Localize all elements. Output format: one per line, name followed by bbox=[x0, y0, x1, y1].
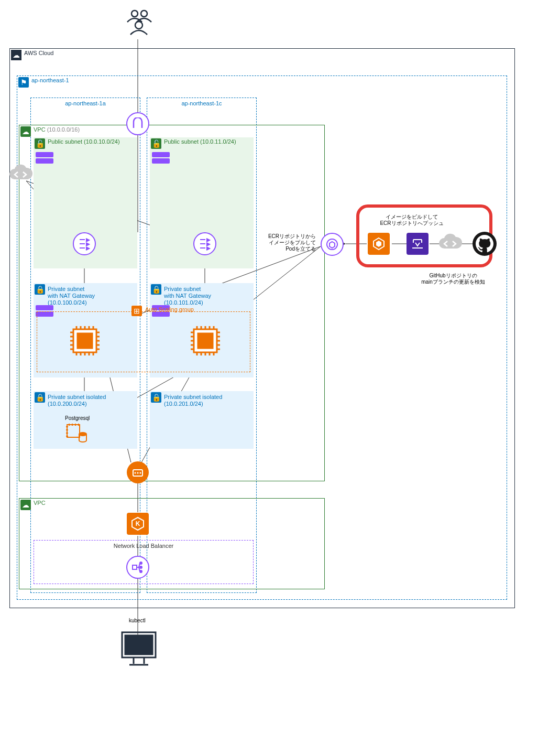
postgresql-label: Postgresql bbox=[65, 415, 90, 422]
svg-marker-39 bbox=[376, 241, 381, 247]
ecr-icon bbox=[321, 233, 344, 256]
private-subnet-nat-a-label: Private subnet with NAT Gateway (10.0.10… bbox=[33, 284, 99, 308]
svg-point-31 bbox=[140, 472, 141, 474]
ecr-note: ECRリポジトリから イメージをプルして Podを立てる bbox=[261, 233, 316, 252]
gateway-cloud-icon bbox=[7, 163, 34, 187]
ec2-instance-c-icon bbox=[186, 322, 224, 360]
svg-point-19 bbox=[131, 10, 138, 17]
github-icon bbox=[471, 231, 498, 258]
asg-label: Auto Scaling group bbox=[142, 305, 198, 314]
svg-rect-26 bbox=[67, 425, 80, 437]
svg-point-27 bbox=[79, 433, 86, 436]
az-a-label: ap-northeast-1a bbox=[31, 100, 140, 106]
route-table-a-icon bbox=[73, 232, 96, 255]
svg-point-36 bbox=[140, 566, 142, 568]
build-note: イメージをビルドして ECRリポジトリへプッシュ bbox=[370, 214, 454, 226]
public-subnet-c-label: Public subnet (10.0.11.0/24) bbox=[149, 137, 240, 146]
public-subnet-a-label: Public subnet (10.0.10.0/24) bbox=[33, 137, 124, 146]
users-icon bbox=[123, 6, 155, 39]
route-table-c-icon bbox=[193, 232, 216, 255]
svg-point-21 bbox=[135, 21, 142, 29]
svg-rect-34 bbox=[133, 565, 137, 569]
nlb-icon bbox=[126, 556, 149, 579]
svg-rect-23 bbox=[78, 333, 92, 348]
private-subnet-iso-a-label: Private subnet isolated (10.0.200.0/24) bbox=[33, 392, 110, 409]
svg-rect-25 bbox=[198, 333, 213, 348]
ec2-instance-a-icon bbox=[66, 322, 104, 360]
nlb-label: Network Load Balancer bbox=[34, 543, 253, 549]
kubectl-label: kubectl bbox=[129, 618, 146, 624]
private-subnet-iso-c: 🔒 Private subnet isolated (10.0.201.0/24… bbox=[150, 391, 254, 449]
cidr-badges bbox=[36, 152, 53, 164]
codepipeline-icon bbox=[407, 233, 429, 255]
az-c-label: ap-northeast-1c bbox=[147, 100, 256, 106]
internet-gateway-icon bbox=[126, 112, 149, 135]
svg-rect-42 bbox=[125, 635, 152, 654]
postgresql-node: Postgresql bbox=[65, 415, 90, 445]
eks-cluster-icon: K bbox=[127, 513, 149, 535]
codebuild-icon bbox=[368, 233, 390, 255]
private-subnet-iso-c-label: Private subnet isolated (10.0.201.0/24) bbox=[149, 392, 226, 409]
vpc1-label: VPC (10.0.0.0/16) bbox=[19, 125, 84, 134]
svg-point-30 bbox=[137, 472, 139, 474]
desktop-icon bbox=[118, 628, 160, 671]
aws-cloud-label: AWS Cloud bbox=[9, 48, 58, 58]
github-note: GitHubリポジトリの mainブランチの更新を検知 bbox=[409, 273, 498, 285]
svg-point-20 bbox=[141, 10, 147, 17]
cidr-badges bbox=[152, 152, 170, 164]
region-label: ap-northeast-1 bbox=[17, 75, 73, 85]
vpc2-label: VPC bbox=[19, 498, 50, 508]
asg-icon: ⊞ bbox=[131, 306, 142, 316]
rds-icon bbox=[65, 423, 88, 444]
svg-text:K: K bbox=[136, 520, 140, 527]
eks-service-icon bbox=[127, 461, 149, 483]
gateway-cloud-right-icon bbox=[437, 232, 463, 256]
svg-point-29 bbox=[135, 472, 136, 474]
